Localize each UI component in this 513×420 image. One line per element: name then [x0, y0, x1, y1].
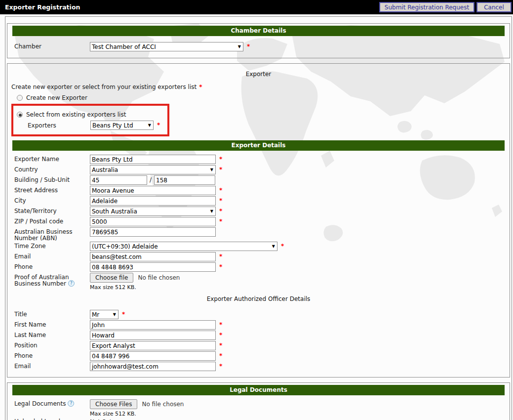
building-sub-unit-input-2[interactable]: 158 [154, 175, 215, 185]
page-title: Exporter Registration [5, 3, 80, 11]
field-control: beans@test.com* [90, 252, 222, 261]
city-label: City [14, 197, 26, 204]
help-icon[interactable]: ? [68, 280, 75, 287]
field-label: Email [14, 362, 90, 370]
form-row-first-name: First NameJohn* [14, 320, 510, 331]
form-row-street-address: Street AddressMoora Avenue* [14, 186, 510, 196]
field-label: Email [14, 252, 90, 260]
required-asterisk: * [219, 217, 222, 225]
field-control: johnhoward@test.com* [90, 362, 222, 371]
field-control: John* [90, 320, 222, 330]
required-asterisk: * [219, 341, 222, 349]
required-asterisk: * [219, 165, 222, 173]
selected-value: Test Chamber of ACCI [92, 43, 156, 51]
street-address-input[interactable]: Moora Avenue [90, 186, 216, 195]
legal-documents-label: Legal Documents [14, 400, 66, 407]
email-input[interactable]: johnhoward@test.com [90, 362, 216, 371]
required-asterisk: * [219, 252, 222, 260]
time-zone-label: Time Zone [14, 243, 46, 250]
state-territory-select[interactable]: South Australia▼ [90, 207, 216, 216]
radio-button-icon[interactable] [17, 95, 23, 101]
exporters-select[interactable]: Beans Pty Ltd ▼ [90, 121, 154, 130]
cancel-button[interactable]: Cancel [476, 2, 512, 12]
field-control: Mr▼* [90, 310, 125, 319]
phone-input[interactable]: 04 8487 996 [90, 351, 216, 361]
selected-value: (UTC+09:30) Adelaide [92, 243, 158, 251]
title-select[interactable]: Mr▼ [90, 310, 118, 319]
required-asterisk: * [219, 207, 222, 214]
required-asterisk: * [219, 351, 222, 359]
exporter-details-header: Exporter Details [12, 140, 505, 151]
form-row-zip-postal-code: ZIP / Postal code5000* [14, 217, 510, 227]
email-input[interactable]: beans@test.com [90, 252, 216, 261]
city-input[interactable]: Adelaide [90, 196, 216, 206]
building-sub-unit-input-1[interactable]: 45 [90, 175, 147, 185]
legal-documents-choose-file-button[interactable]: Choose Files [90, 399, 137, 409]
field-control: Adelaide* [90, 196, 222, 206]
help-icon[interactable]: ? [68, 400, 74, 407]
exporter-name-label: Exporter Name [14, 156, 59, 163]
phone-input[interactable]: 08 4848 8693 [90, 262, 216, 272]
field-label: Last Name [14, 331, 90, 338]
chamber-details-section: Chamber Details ChamberTest Chamber of A… [7, 23, 510, 58]
form-row-phone: Phone04 8487 996* [14, 351, 510, 362]
form-row-australian-business-number-abn: Australian Business Number (ABN)7869585 [14, 227, 510, 242]
form-row-exporter-name: Exporter NameBeans Pty Ltd* [14, 155, 510, 165]
field-control: Australia▼* [90, 165, 222, 174]
proof-of-australian-business-number-choose-file-button[interactable]: Choose file [90, 273, 133, 283]
field-label: Time Zone [14, 242, 90, 250]
field-control: Choose fileNo file chosenMax size 512 KB… [90, 273, 180, 291]
form-row-phone: Phone08 4848 8693* [14, 262, 510, 273]
submit-registration-button[interactable]: Submit Registration Request [379, 2, 474, 12]
file-line: Choose FilesNo file chosen [90, 399, 184, 409]
file-status-text: No file chosen [138, 274, 180, 281]
email-label: Email [14, 253, 31, 260]
first-name-input[interactable]: John [90, 320, 216, 330]
form-container: Chamber Details ChamberTest Chamber of A… [5, 16, 512, 420]
position-label: Position [14, 342, 38, 349]
uploaded-legal-documents-value: Not Set [90, 417, 112, 420]
legal-documents-rows: Legal Documents?Choose FilesNo file chos… [7, 395, 510, 420]
exporter-name-input[interactable]: Beans Pty Ltd [90, 155, 216, 164]
radio-create-new-exporter[interactable]: Create new Exporter [11, 93, 510, 102]
state-territory-label: State/Territory [14, 208, 57, 214]
exporter-choice-prompt: Create new exporter or select from your … [11, 84, 510, 90]
australian-business-number-abn-input[interactable]: 7869585 [90, 227, 216, 237]
field-control: 5000* [90, 217, 222, 226]
field-control: 04 8487 996* [90, 351, 222, 361]
exporter-section: Exporter Create new exporter or select f… [7, 63, 510, 378]
position-input[interactable]: Export Analyst [90, 341, 216, 350]
legal-documents-section: Legal Documents Legal Documents?Choose F… [7, 382, 510, 420]
radio-button-icon[interactable] [17, 112, 23, 118]
section-header-text: Legal Documents [230, 386, 287, 393]
field-label: Title [14, 310, 90, 318]
legal-documents-header: Legal Documents [12, 385, 505, 395]
time-zone-select[interactable]: (UTC+09:30) Adelaide▼ [90, 242, 277, 251]
exporter-details-rows: Exporter NameBeans Pty Ltd*CountryAustra… [7, 151, 510, 291]
required-asterisk: * [247, 42, 250, 50]
field-label: Phone [14, 262, 90, 270]
chamber-select[interactable]: Test Chamber of ACCI▼ [90, 42, 243, 51]
zip-postal-code-input[interactable]: 5000 [90, 217, 216, 226]
form-row-chamber: ChamberTest Chamber of ACCI▼* [14, 42, 510, 52]
selection-highlight-box: Select from existing exporters list Expo… [11, 104, 169, 136]
chamber-label: Chamber [14, 43, 41, 50]
phone-label: Phone [14, 263, 33, 270]
required-asterisk: * [219, 186, 222, 194]
zip-postal-code-label: ZIP / Postal code [14, 218, 63, 225]
phone-label: Phone [14, 352, 33, 359]
required-asterisk: * [281, 242, 284, 250]
form-row-position: PositionExport Analyst* [14, 341, 510, 351]
field-control: Export Analyst* [90, 341, 222, 350]
form-row-legal-documents: Legal Documents?Choose FilesNo file chos… [14, 399, 510, 417]
file-size-note: Max size 512 KB. [90, 411, 184, 417]
last-name-input[interactable]: Howard [90, 331, 216, 340]
chevron-down-icon: ▼ [148, 122, 152, 129]
selected-value: Mr [92, 311, 99, 319]
country-select[interactable]: Australia▼ [90, 165, 216, 174]
required-asterisk: * [219, 196, 222, 204]
form-row-country: CountryAustralia▼* [14, 165, 510, 175]
legal-documents-file-control: Choose FilesNo file chosenMax size 512 K… [90, 399, 184, 417]
field-control: (UTC+09:30) Adelaide▼* [90, 242, 284, 251]
radio-select-existing-exporter[interactable]: Select from existing exporters list [13, 110, 167, 119]
